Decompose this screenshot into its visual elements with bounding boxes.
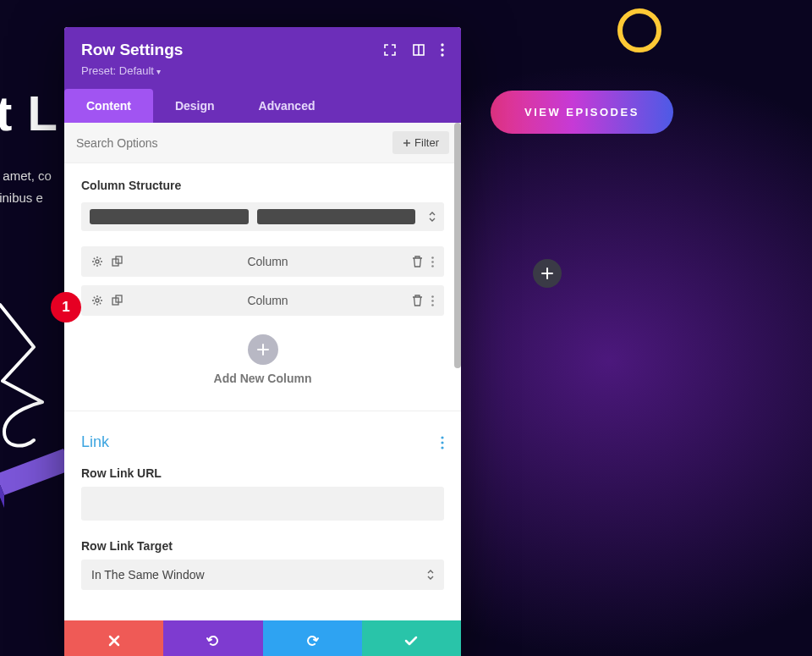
modal-title: Row Settings <box>81 41 183 59</box>
gear-icon[interactable] <box>91 295 103 306</box>
kebab-icon[interactable] <box>441 436 444 449</box>
annotation-badge: 1 <box>51 292 81 322</box>
cancel-button[interactable] <box>64 620 163 656</box>
svg-marker-0 <box>0 449 72 495</box>
row-settings-modal: Row Settings Preset: Default Content Des… <box>64 27 461 656</box>
svg-point-16 <box>431 295 434 298</box>
decorative-squiggle <box>0 300 55 453</box>
column-structure-section: Column Structure <box>64 163 461 238</box>
svg-point-10 <box>431 256 434 259</box>
decorative-circle <box>617 8 661 52</box>
plus-icon <box>403 139 411 147</box>
kebab-icon[interactable] <box>431 295 434 306</box>
modal-body: Filter Column Structure Column <box>64 123 461 656</box>
kebab-icon[interactable] <box>441 43 444 57</box>
preset-dropdown[interactable]: Preset: Default <box>81 64 444 77</box>
column-item[interactable]: Column <box>81 285 444 316</box>
svg-point-21 <box>441 446 443 449</box>
svg-point-5 <box>441 48 443 51</box>
select-value: In The Same Window <box>91 568 205 582</box>
footer-buttons <box>64 620 461 656</box>
background-add-button[interactable] <box>533 259 562 288</box>
tab-advanced[interactable]: Advanced <box>237 89 337 123</box>
undo-button[interactable] <box>163 620 262 656</box>
redo-button[interactable] <box>263 620 362 656</box>
search-input[interactable] <box>76 136 392 150</box>
column-structure-label: Column Structure <box>81 179 444 192</box>
view-episodes-button[interactable]: VIEW EPISODES <box>491 91 673 134</box>
svg-point-11 <box>431 261 434 263</box>
column-item[interactable]: Column <box>81 246 444 277</box>
row-link-url-input[interactable] <box>81 487 444 521</box>
add-column-label: Add New Column <box>64 372 461 385</box>
tab-content[interactable]: Content <box>64 89 153 123</box>
tab-design[interactable]: Design <box>153 89 237 123</box>
add-new-column: Add New Column <box>64 316 461 402</box>
svg-point-19 <box>441 436 443 438</box>
svg-point-6 <box>441 53 443 56</box>
svg-point-7 <box>96 260 99 263</box>
background-heading: t L <box>0 85 58 141</box>
modal-header: Row Settings Preset: Default <box>64 27 461 89</box>
column-label: Column <box>247 294 288 307</box>
svg-point-17 <box>431 300 434 302</box>
add-column-button[interactable] <box>248 334 278 365</box>
tabs: Content Design Advanced <box>64 89 461 123</box>
svg-point-12 <box>431 265 434 267</box>
save-button[interactable] <box>362 620 461 656</box>
trash-icon[interactable] <box>412 295 423 306</box>
expand-icon[interactable] <box>383 43 397 57</box>
updown-icon <box>427 569 434 581</box>
duplicate-icon[interactable] <box>112 256 123 267</box>
decorative-triangle <box>0 449 72 508</box>
svg-point-20 <box>441 441 443 444</box>
duplicate-icon[interactable] <box>112 295 123 306</box>
column-bar <box>257 209 416 224</box>
trash-icon[interactable] <box>412 256 423 267</box>
link-section: Link Row Link URL Row Link Target In The… <box>64 411 461 620</box>
svg-point-18 <box>431 304 434 306</box>
kebab-icon[interactable] <box>431 256 434 267</box>
column-bar <box>90 209 249 224</box>
link-section-title[interactable]: Link <box>81 433 109 451</box>
row-link-target-label: Row Link Target <box>81 539 444 553</box>
column-structure-select[interactable] <box>81 202 444 231</box>
responsive-icon[interactable] <box>412 43 425 57</box>
svg-point-13 <box>96 299 99 302</box>
gear-icon[interactable] <box>91 256 103 267</box>
filter-button[interactable]: Filter <box>392 131 449 154</box>
row-link-url-label: Row Link URL <box>81 466 444 480</box>
row-link-target-select[interactable]: In The Same Window <box>81 560 444 590</box>
svg-point-4 <box>441 43 443 46</box>
search-row: Filter <box>64 123 461 163</box>
column-label: Column <box>247 255 288 268</box>
updown-icon <box>429 211 436 223</box>
scrollbar-thumb[interactable] <box>454 123 461 368</box>
